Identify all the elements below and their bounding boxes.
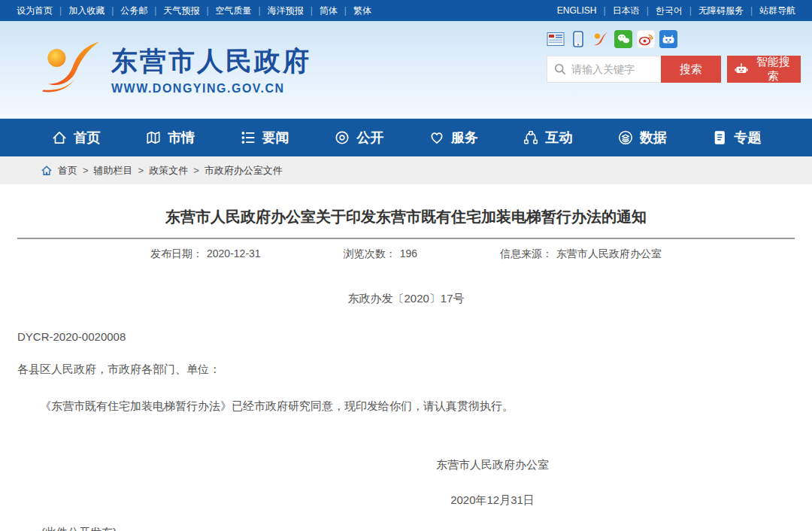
- breadcrumb-item-aux[interactable]: 辅助栏目: [94, 164, 133, 178]
- breadcrumb-item-home[interactable]: 首页: [58, 164, 77, 178]
- topbar-right-links: ENGLISH|日本语|한국어|无障碍服务|站群导航: [557, 5, 795, 17]
- nav-label: 数据: [640, 129, 667, 147]
- nav-item-topic[interactable]: 专题: [711, 129, 761, 147]
- separator: |: [59, 5, 62, 16]
- topbar-link-gov-mail[interactable]: 公务邮: [120, 5, 147, 16]
- nav-label: 首页: [74, 129, 101, 147]
- nav-item-news[interactable]: 要闻: [240, 129, 289, 147]
- topbar-link-english[interactable]: ENGLISH: [557, 5, 597, 16]
- nav-label: 专题: [734, 129, 761, 147]
- topbar-link-marine-forecast[interactable]: 海洋预报: [268, 5, 304, 16]
- topbar-link-traditional[interactable]: 繁体: [353, 5, 371, 16]
- topbar-left-links: 设为首页|加入收藏|公务邮|天气预报|空气质量|海洋预报|简体|繁体: [17, 5, 371, 17]
- nav-item-interact[interactable]: 互动: [523, 129, 572, 147]
- newspaper-icon[interactable]: [547, 30, 565, 48]
- separator: |: [344, 5, 347, 16]
- nav-label: 市情: [168, 129, 195, 147]
- site-url: WWW.DONGYING.GOV.CN: [111, 82, 311, 96]
- eye-icon: [334, 129, 350, 146]
- smart-search-button[interactable]: 智能搜索: [727, 56, 801, 83]
- separator: |: [604, 5, 606, 16]
- publish-date: 发布日期：2020-12-31: [150, 247, 261, 261]
- separator: |: [111, 5, 114, 16]
- breadcrumb-item-policy[interactable]: 政策文件: [149, 164, 188, 178]
- topbar-link-korean[interactable]: 한국어: [656, 5, 683, 16]
- breadcrumb-separator: >: [83, 165, 89, 176]
- header-right-tools: 搜索 智能搜索: [547, 30, 801, 83]
- topbar-link-site-navigation[interactable]: 站群导航: [759, 5, 795, 16]
- info-source: 信息来源：东营市人民政府办公室: [500, 247, 662, 261]
- article-title: 东营市人民政府办公室关于印发东营市既有住宅加装电梯暂行办法的通知: [17, 184, 795, 227]
- body-paragraph: 《东营市既有住宅加装电梯暂行办法》已经市政府研究同意，现印发给你们，请认真贯彻执…: [17, 396, 795, 416]
- interact-icon: [523, 129, 539, 146]
- robot-icon: [734, 62, 749, 77]
- separator: |: [154, 5, 156, 16]
- signature-block: 东营市人民政府办公室 2020年12月31日: [17, 458, 795, 508]
- site-logo[interactable]: 东营市人民政府 WWW.DONGYING.GOV.CN: [38, 41, 311, 98]
- signature-org: 东营市人民政府办公室: [190, 458, 795, 472]
- search-button[interactable]: 搜索: [661, 56, 721, 83]
- topbar-link-set-home[interactable]: 设为首页: [17, 5, 53, 16]
- nav-item-open[interactable]: 公开: [334, 129, 383, 147]
- nav-item-data[interactable]: 数据: [617, 129, 667, 147]
- separator: |: [206, 5, 208, 16]
- heart-icon: [429, 129, 445, 146]
- home-icon: [51, 129, 68, 146]
- nav-label: 服务: [451, 129, 478, 147]
- list-icon: [240, 129, 256, 146]
- info-source-label: 信息来源：: [500, 247, 553, 259]
- topbar-link-simplified[interactable]: 简体: [320, 5, 338, 16]
- main-navigation: 首页 市情 要闻 公开 服务 互动 数据 专题: [0, 119, 812, 156]
- nav-label: 公开: [356, 129, 383, 147]
- top-utility-bar: 设为首页|加入收藏|公务邮|天气预报|空气质量|海洋预报|简体|繁体 ENGLI…: [0, 0, 812, 21]
- search-box: [547, 56, 661, 83]
- separator: |: [259, 5, 261, 16]
- weibo-icon[interactable]: [637, 30, 655, 48]
- nav-item-cityinfo[interactable]: 市情: [145, 129, 195, 147]
- article-content: 东营市人民政府办公室关于印发东营市既有住宅加装电梯暂行办法的通知 发布日期：20…: [0, 184, 812, 531]
- nav-label: 互动: [545, 129, 572, 147]
- site-name: 东营市人民政府: [111, 44, 311, 79]
- doc-number: 东政办发〔2020〕17号: [17, 292, 795, 306]
- view-count-value: 196: [400, 247, 417, 259]
- cityinfo-icon: [145, 129, 162, 146]
- publish-date-value: 2020-12-31: [207, 247, 261, 259]
- separator: |: [750, 5, 753, 16]
- layers-icon: [617, 129, 634, 146]
- topbar-link-air-quality[interactable]: 空气质量: [216, 5, 252, 16]
- mobile-icon[interactable]: [569, 30, 587, 48]
- breadcrumb-item-office-docs[interactable]: 市政府办公室文件: [205, 164, 283, 178]
- topbar-link-weather[interactable]: 天气预报: [163, 5, 199, 16]
- wechat-icon[interactable]: [614, 30, 632, 48]
- signature-date: 2020年12月31日: [190, 493, 795, 508]
- nav-item-home[interactable]: 首页: [51, 129, 101, 147]
- topbar-link-accessibility[interactable]: 无障碍服务: [698, 5, 744, 16]
- search-icon: [553, 62, 567, 76]
- breadcrumb-home-icon: [41, 165, 52, 176]
- breadcrumb-separator: >: [138, 165, 144, 176]
- topbar-link-favorite[interactable]: 加入收藏: [68, 5, 105, 16]
- site-identity: 东营市人民政府 WWW.DONGYING.GOV.CN: [111, 44, 311, 96]
- view-count-label: 浏览次数：: [344, 247, 396, 259]
- document-icon: [711, 129, 728, 146]
- article-meta: 发布日期：2020-12-31 浏览次数：196 信息来源：东营市人民政府办公室: [17, 239, 795, 269]
- smart-search-label: 智能搜索: [753, 55, 794, 83]
- footnote: (此件公开发布): [17, 526, 795, 531]
- publish-date-label: 发布日期：: [150, 247, 203, 259]
- search-input[interactable]: [571, 63, 660, 75]
- social-icon-row: [547, 30, 801, 48]
- swirl-icon[interactable]: [592, 30, 610, 48]
- reg-code: DYCR-2020-0020008: [17, 330, 795, 343]
- topbar-link-japanese[interactable]: 日本语: [613, 5, 640, 16]
- info-source-value: 东营市人民政府办公室: [556, 247, 662, 259]
- salutation: 各县区人民政府，市政府各部门、单位：: [17, 363, 795, 377]
- nav-item-service[interactable]: 服务: [429, 129, 478, 147]
- logo-swirl-icon: [38, 41, 101, 98]
- breadcrumb: 首页 > 辅助栏目 > 政策文件 > 市政府办公室文件: [0, 156, 812, 184]
- separator: |: [647, 5, 649, 16]
- separator: |: [311, 5, 313, 16]
- breadcrumb-separator: >: [193, 165, 199, 176]
- client-app-icon[interactable]: [659, 30, 677, 48]
- separator: |: [689, 5, 692, 16]
- nav-label: 要闻: [262, 129, 289, 147]
